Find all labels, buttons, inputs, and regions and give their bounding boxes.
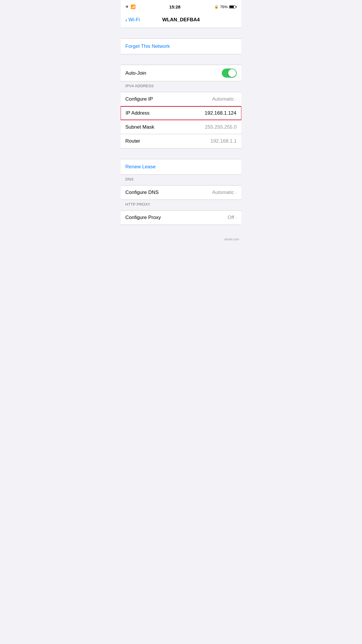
configure-proxy-chevron-icon: › [235, 215, 237, 220]
renew-lease-row[interactable]: Renew Lease [121, 159, 241, 174]
configure-ip-row[interactable]: Configure IP Automatic › [121, 92, 241, 106]
subnet-mask-value: 255.255.255.0 [205, 124, 237, 130]
dns-header: DNS [121, 175, 241, 183]
bottom-gap [121, 225, 241, 237]
forget-network-label[interactable]: Forget This Network [125, 43, 170, 49]
battery-percent: 76% [220, 5, 228, 9]
auto-join-label: Auto-Join [125, 70, 146, 76]
configure-proxy-row[interactable]: Configure Proxy Off › [121, 211, 241, 225]
router-value: 192.168.1.1 [210, 138, 237, 144]
status-bar: ✈ 📶 15:28 🔒 76% [121, 0, 241, 13]
lock-icon: 🔒 [214, 5, 219, 9]
configure-proxy-value: Off › [228, 215, 237, 220]
gap-2 [121, 54, 241, 65]
airplane-icon: ✈ [125, 4, 129, 9]
router-row: Router 192.168.1.1 [121, 134, 241, 148]
status-left-icons: ✈ 📶 [125, 4, 136, 9]
ipv4-group: Configure IP Automatic › IP Address 192.… [121, 92, 241, 148]
http-proxy-group: Configure Proxy Off › [121, 210, 241, 225]
http-proxy-header: HTTP PROXY [121, 200, 241, 208]
ip-address-value: 192.168.1.124 [205, 110, 236, 116]
navigation-bar: ‹ Wi-Fi WLAN_DEFBA4 [121, 13, 241, 28]
battery-icon [229, 5, 237, 8]
configure-ip-chevron-icon: › [235, 97, 237, 102]
status-time: 15:28 [169, 4, 180, 9]
auto-join-row: Auto-Join [121, 65, 241, 81]
configure-dns-chevron-icon: › [235, 190, 237, 195]
auto-join-group: Auto-Join [121, 65, 241, 81]
gap-4 [121, 148, 241, 159]
toggle-knob [228, 69, 236, 77]
back-label[interactable]: Wi-Fi [129, 17, 140, 23]
ip-address-row: IP Address 192.168.1.124 [121, 106, 241, 120]
forget-network-row[interactable]: Forget This Network [121, 39, 241, 54]
dns-group: Configure DNS Automatic › [121, 185, 241, 200]
configure-dns-label: Configure DNS [125, 190, 159, 195]
ipv4-header: IPV4 ADDRESS [121, 81, 241, 89]
status-right-icons: 🔒 76% [214, 5, 237, 9]
subnet-mask-row: Subnet Mask 255.255.255.0 [121, 120, 241, 134]
gap-5: DNS [121, 175, 241, 185]
configure-ip-value: Automatic › [212, 96, 237, 102]
forget-network-group: Forget This Network [121, 38, 241, 54]
configure-ip-label: Configure IP [125, 96, 153, 102]
gap-3: IPV4 ADDRESS [121, 81, 241, 92]
watermark: wsxdn.com [121, 237, 241, 242]
renew-lease-label[interactable]: Renew Lease [125, 164, 156, 170]
auto-join-toggle[interactable] [222, 69, 237, 78]
renew-lease-group: Renew Lease [121, 159, 241, 175]
back-chevron-icon: ‹ [125, 17, 127, 23]
configure-dns-value: Automatic › [212, 190, 237, 195]
gap-6: HTTP PROXY [121, 200, 241, 210]
ip-address-label: IP Address [126, 110, 150, 116]
configure-dns-row[interactable]: Configure DNS Automatic › [121, 186, 241, 200]
configure-proxy-label: Configure Proxy [125, 215, 161, 220]
back-button[interactable]: ‹ Wi-Fi [125, 17, 140, 23]
subnet-mask-label: Subnet Mask [125, 124, 154, 130]
page-title: WLAN_DEFBA4 [162, 17, 200, 23]
gap-1 [121, 28, 241, 38]
router-label: Router [125, 138, 140, 144]
wifi-icon: 📶 [131, 4, 136, 9]
